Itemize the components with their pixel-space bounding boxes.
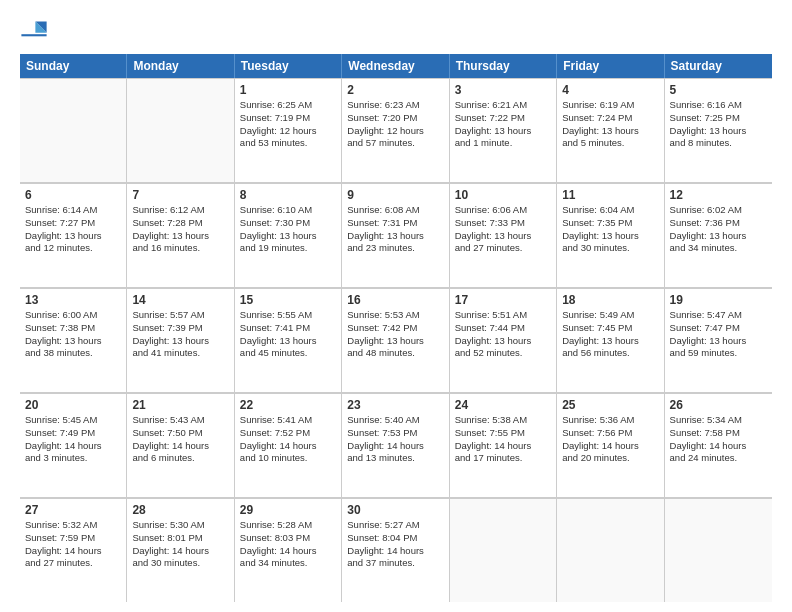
cell-line-9-2: Daylight: 13 hours [347, 230, 443, 243]
cell-line-13-3: and 38 minutes. [25, 347, 121, 360]
cell-line-12-1: Sunset: 7:36 PM [670, 217, 767, 230]
cell-line-3-3: and 1 minute. [455, 137, 551, 150]
svg-rect-3 [21, 34, 46, 36]
cell-line-6-3: and 12 minutes. [25, 242, 121, 255]
cell-line-22-0: Sunrise: 5:41 AM [240, 414, 336, 427]
cell-line-12-0: Sunrise: 6:02 AM [670, 204, 767, 217]
cell-line-26-2: Daylight: 14 hours [670, 440, 767, 453]
empty-cell [20, 78, 127, 182]
cell-line-11-2: Daylight: 13 hours [562, 230, 658, 243]
cell-line-19-3: and 59 minutes. [670, 347, 767, 360]
cell-line-28-3: and 30 minutes. [132, 557, 228, 570]
header-thursday: Thursday [450, 54, 557, 78]
cell-line-5-0: Sunrise: 6:16 AM [670, 99, 767, 112]
cell-line-4-3: and 5 minutes. [562, 137, 658, 150]
cell-line-5-3: and 8 minutes. [670, 137, 767, 150]
cell-line-24-3: and 17 minutes. [455, 452, 551, 465]
cell-line-1-1: Sunset: 7:19 PM [240, 112, 336, 125]
cell-line-29-1: Sunset: 8:03 PM [240, 532, 336, 545]
logo-icon [20, 16, 48, 44]
day-number-20: 20 [25, 398, 121, 412]
cell-line-21-3: and 6 minutes. [132, 452, 228, 465]
day-cell-29: 29Sunrise: 5:28 AMSunset: 8:03 PMDayligh… [235, 498, 342, 602]
cell-line-19-0: Sunrise: 5:47 AM [670, 309, 767, 322]
cell-line-23-3: and 13 minutes. [347, 452, 443, 465]
cell-line-10-1: Sunset: 7:33 PM [455, 217, 551, 230]
cell-line-1-0: Sunrise: 6:25 AM [240, 99, 336, 112]
cell-line-6-2: Daylight: 13 hours [25, 230, 121, 243]
day-cell-4: 4Sunrise: 6:19 AMSunset: 7:24 PMDaylight… [557, 78, 664, 182]
cell-line-27-2: Daylight: 14 hours [25, 545, 121, 558]
header-wednesday: Wednesday [342, 54, 449, 78]
day-cell-3: 3Sunrise: 6:21 AMSunset: 7:22 PMDaylight… [450, 78, 557, 182]
day-number-26: 26 [670, 398, 767, 412]
cell-line-19-1: Sunset: 7:47 PM [670, 322, 767, 335]
day-cell-26: 26Sunrise: 5:34 AMSunset: 7:58 PMDayligh… [665, 393, 772, 497]
cell-line-23-1: Sunset: 7:53 PM [347, 427, 443, 440]
cell-line-16-3: and 48 minutes. [347, 347, 443, 360]
empty-cell [450, 498, 557, 602]
cell-line-27-3: and 27 minutes. [25, 557, 121, 570]
day-number-22: 22 [240, 398, 336, 412]
day-cell-25: 25Sunrise: 5:36 AMSunset: 7:56 PMDayligh… [557, 393, 664, 497]
day-number-3: 3 [455, 83, 551, 97]
cell-line-28-1: Sunset: 8:01 PM [132, 532, 228, 545]
cell-line-16-2: Daylight: 13 hours [347, 335, 443, 348]
week-row-4: 20Sunrise: 5:45 AMSunset: 7:49 PMDayligh… [20, 393, 772, 498]
cell-line-17-1: Sunset: 7:44 PM [455, 322, 551, 335]
cell-line-13-0: Sunrise: 6:00 AM [25, 309, 121, 322]
cell-line-26-3: and 24 minutes. [670, 452, 767, 465]
day-cell-20: 20Sunrise: 5:45 AMSunset: 7:49 PMDayligh… [20, 393, 127, 497]
cell-line-22-3: and 10 minutes. [240, 452, 336, 465]
cell-line-9-3: and 23 minutes. [347, 242, 443, 255]
cell-line-11-0: Sunrise: 6:04 AM [562, 204, 658, 217]
header-tuesday: Tuesday [235, 54, 342, 78]
day-number-9: 9 [347, 188, 443, 202]
cell-line-18-2: Daylight: 13 hours [562, 335, 658, 348]
cell-line-4-1: Sunset: 7:24 PM [562, 112, 658, 125]
cell-line-29-3: and 34 minutes. [240, 557, 336, 570]
cell-line-3-1: Sunset: 7:22 PM [455, 112, 551, 125]
cell-line-15-1: Sunset: 7:41 PM [240, 322, 336, 335]
day-cell-9: 9Sunrise: 6:08 AMSunset: 7:31 PMDaylight… [342, 183, 449, 287]
cell-line-2-3: and 57 minutes. [347, 137, 443, 150]
day-cell-6: 6Sunrise: 6:14 AMSunset: 7:27 PMDaylight… [20, 183, 127, 287]
calendar-header: SundayMondayTuesdayWednesdayThursdayFrid… [20, 54, 772, 78]
cell-line-4-0: Sunrise: 6:19 AM [562, 99, 658, 112]
cell-line-17-3: and 52 minutes. [455, 347, 551, 360]
header-friday: Friday [557, 54, 664, 78]
cell-line-21-1: Sunset: 7:50 PM [132, 427, 228, 440]
cell-line-22-2: Daylight: 14 hours [240, 440, 336, 453]
day-cell-10: 10Sunrise: 6:06 AMSunset: 7:33 PMDayligh… [450, 183, 557, 287]
day-number-25: 25 [562, 398, 658, 412]
cell-line-17-0: Sunrise: 5:51 AM [455, 309, 551, 322]
day-cell-22: 22Sunrise: 5:41 AMSunset: 7:52 PMDayligh… [235, 393, 342, 497]
day-cell-16: 16Sunrise: 5:53 AMSunset: 7:42 PMDayligh… [342, 288, 449, 392]
cell-line-24-1: Sunset: 7:55 PM [455, 427, 551, 440]
day-number-5: 5 [670, 83, 767, 97]
day-cell-27: 27Sunrise: 5:32 AMSunset: 7:59 PMDayligh… [20, 498, 127, 602]
cell-line-8-2: Daylight: 13 hours [240, 230, 336, 243]
cell-line-20-0: Sunrise: 5:45 AM [25, 414, 121, 427]
cell-line-14-0: Sunrise: 5:57 AM [132, 309, 228, 322]
empty-cell [557, 498, 664, 602]
header-monday: Monday [127, 54, 234, 78]
day-number-12: 12 [670, 188, 767, 202]
cell-line-23-2: Daylight: 14 hours [347, 440, 443, 453]
day-number-7: 7 [132, 188, 228, 202]
cell-line-13-1: Sunset: 7:38 PM [25, 322, 121, 335]
cell-line-5-1: Sunset: 7:25 PM [670, 112, 767, 125]
cell-line-27-0: Sunrise: 5:32 AM [25, 519, 121, 532]
cell-line-21-0: Sunrise: 5:43 AM [132, 414, 228, 427]
cell-line-14-3: and 41 minutes. [132, 347, 228, 360]
cell-line-29-2: Daylight: 14 hours [240, 545, 336, 558]
day-cell-17: 17Sunrise: 5:51 AMSunset: 7:44 PMDayligh… [450, 288, 557, 392]
cell-line-7-3: and 16 minutes. [132, 242, 228, 255]
cell-line-2-2: Daylight: 12 hours [347, 125, 443, 138]
cell-line-9-0: Sunrise: 6:08 AM [347, 204, 443, 217]
cell-line-26-0: Sunrise: 5:34 AM [670, 414, 767, 427]
week-row-2: 6Sunrise: 6:14 AMSunset: 7:27 PMDaylight… [20, 183, 772, 288]
cell-line-20-2: Daylight: 14 hours [25, 440, 121, 453]
empty-cell [127, 78, 234, 182]
cell-line-8-3: and 19 minutes. [240, 242, 336, 255]
